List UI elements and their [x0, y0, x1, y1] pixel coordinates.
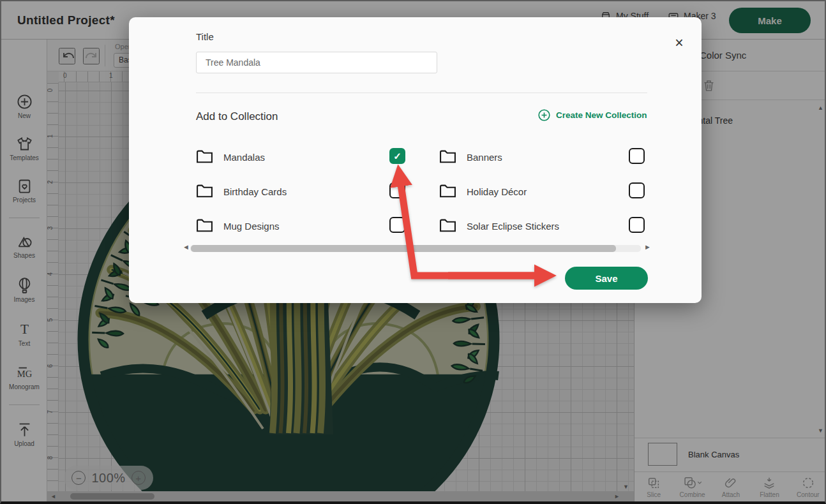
save-project-modal: × Title Add to Collection Create New Col… [129, 17, 702, 303]
collection-checkbox-solar-eclipse-stickers[interactable] [629, 217, 645, 233]
modal-scroll-left-arrow[interactable]: ◄ [183, 243, 190, 251]
folder-icon [196, 184, 213, 199]
close-icon[interactable]: × [670, 34, 688, 52]
collection-checkbox-banners[interactable] [629, 148, 645, 164]
create-new-collection-link[interactable]: Create New Collection [537, 108, 647, 122]
folder-icon [196, 149, 213, 165]
collection-item: Mug Designs [196, 217, 405, 236]
collection-checkbox-holiday-decor[interactable] [629, 182, 645, 198]
collection-item: Holiday Décor [439, 182, 645, 202]
modal-scroll-right-arrow[interactable]: ► [644, 243, 651, 251]
folder-icon [439, 149, 456, 165]
collection-item: Mandalas ✓ [196, 148, 405, 167]
collection-checkbox-mug-designs[interactable] [389, 217, 405, 233]
folder-icon [196, 218, 213, 233]
project-title-input[interactable] [196, 52, 437, 73]
collection-checkbox-mandalas[interactable]: ✓ [389, 148, 405, 164]
save-button[interactable]: Save [565, 267, 648, 290]
modal-divider [196, 93, 647, 93]
collection-checkbox-birthday-cards[interactable] [389, 182, 405, 198]
collection-item: Solar Eclipse Stickers [439, 217, 645, 236]
collection-item: Birthday Cards [196, 182, 405, 202]
collection-item: Banners [439, 148, 645, 167]
folder-icon [439, 184, 456, 199]
add-to-collection-label: Add to Collection [196, 110, 278, 123]
modal-hscroll-thumb[interactable] [191, 245, 616, 252]
title-label: Title [196, 31, 214, 42]
modal-hscrollbar[interactable] [190, 245, 641, 252]
plus-circle-icon [537, 108, 551, 122]
folder-icon [439, 218, 456, 233]
